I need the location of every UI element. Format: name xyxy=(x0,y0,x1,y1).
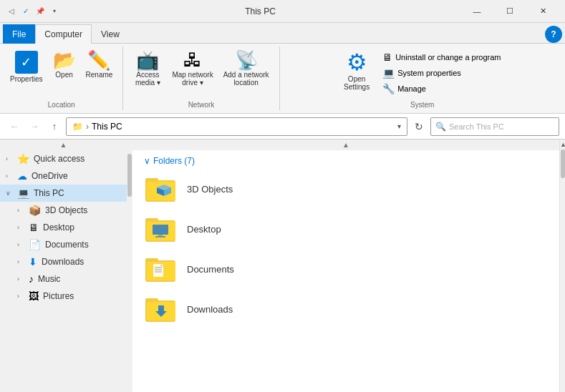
up-button[interactable]: ↑ xyxy=(46,118,63,135)
map-drive-icon: 🖧 xyxy=(183,51,202,69)
address-box[interactable]: 📁 › This PC ▾ xyxy=(66,117,407,136)
search-box[interactable]: 🔍 Search This PC xyxy=(430,117,559,136)
back-button[interactable]: ← xyxy=(6,118,23,135)
ribbon-group-location: ✓ Properties 📂 Open ✏️ Rename Location xyxy=(0,46,123,110)
path-folder-icon: 📁 xyxy=(72,122,83,132)
onedrive-label: OneDrive xyxy=(32,171,68,181)
address-dropdown-icon[interactable]: ▾ xyxy=(397,122,401,130)
ribbon-group-system: ⚙ OpenSettings 🖥 Uninstall or change a p… xyxy=(280,46,565,110)
downloads-label: Downloads xyxy=(42,257,84,267)
addressbar: ← → ↑ 📁 › This PC ▾ ↻ 🔍 Search This PC xyxy=(0,114,565,139)
system-properties-button[interactable]: 💻 System properties xyxy=(378,66,505,80)
content-scroll-track xyxy=(560,150,565,392)
titlebar: ◁ ✓ 📌 ▾ This PC — ☐ ✕ xyxy=(0,0,565,23)
quick-access-expand-icon: › xyxy=(6,155,17,162)
access-media-icon: 📺 xyxy=(136,51,159,69)
desktop-expand-icon: › xyxy=(17,224,29,231)
location-items: ✓ Properties 📂 Open ✏️ Rename xyxy=(6,48,117,98)
sidebar-item-pictures[interactable]: › 🖼 Pictures xyxy=(0,288,127,305)
manage-button[interactable]: 🔧 Manage xyxy=(378,82,505,96)
sidebar-scroll-thumb[interactable] xyxy=(127,154,132,197)
add-network-label: Add a networklocation xyxy=(223,71,269,87)
documents-icon: 📄 xyxy=(29,239,41,250)
network-items: 📺 Accessmedia ▾ 🖧 Map networkdrive ▾ 📡 A… xyxy=(129,48,273,98)
access-media-button[interactable]: 📺 Accessmedia ▾ xyxy=(129,48,166,89)
sidebar-container: ▲ › ⭐ Quick access › ☁ OneDrive ∨ 💻 This… xyxy=(0,139,132,392)
music-expand-icon: › xyxy=(17,275,29,283)
content-area: ▲ ∨ Folders (7) 3D Objects xyxy=(132,139,559,392)
system-prop-icon: 💻 xyxy=(382,67,395,79)
refresh-button[interactable]: ↻ xyxy=(410,118,428,135)
close-button[interactable]: ✕ xyxy=(526,0,559,23)
folder-name-3d-objects: 3D Objects xyxy=(187,184,233,195)
folder-svg-downloads xyxy=(145,295,177,323)
open-icon: 📂 xyxy=(53,51,76,69)
svg-rect-11 xyxy=(155,236,165,237)
minimize-button[interactable]: — xyxy=(460,0,493,23)
3d-objects-label: 3D Objects xyxy=(45,205,87,215)
ribbon-content: ✓ Properties 📂 Open ✏️ Rename Location xyxy=(0,44,565,113)
titlebar-quick-access: ◁ ✓ 📌 ▾ xyxy=(6,6,60,17)
sidebar-item-onedrive[interactable]: › ☁ OneDrive xyxy=(0,167,127,185)
add-network-icon: 📡 xyxy=(235,51,258,69)
uninstall-button[interactable]: 🖥 Uninstall or change a program xyxy=(378,50,505,64)
settings-icon: ⚙ xyxy=(347,51,367,74)
svg-rect-9 xyxy=(153,225,168,235)
address-path: 📁 › This PC xyxy=(72,122,397,132)
window-controls: — ☐ ✕ xyxy=(460,0,559,23)
sidebar-item-documents[interactable]: › 📄 Documents xyxy=(0,236,127,253)
folder-item-documents[interactable]: Documents xyxy=(132,249,559,289)
tab-view[interactable]: View xyxy=(92,24,129,44)
map-drive-label: Map networkdrive ▾ xyxy=(172,71,213,87)
tab-file[interactable]: File xyxy=(3,24,35,44)
maximize-button[interactable]: ☐ xyxy=(493,0,526,23)
folder-name-documents: Documents xyxy=(187,264,234,275)
rename-button[interactable]: ✏️ Rename xyxy=(82,48,117,82)
open-button[interactable]: 📂 Open xyxy=(49,48,80,82)
add-network-location-button[interactable]: 📡 Add a networklocation xyxy=(219,48,274,89)
sidebar-item-this-pc[interactable]: ∨ 💻 This PC xyxy=(0,185,127,202)
folder-icon-desktop xyxy=(144,213,178,245)
music-label: Music xyxy=(38,274,60,284)
rename-label: Rename xyxy=(86,71,113,79)
folder-item-downloads[interactable]: Downloads xyxy=(132,289,559,329)
ribbon-group-network: 📺 Accessmedia ▾ 🖧 Map networkdrive ▾ 📡 A… xyxy=(123,46,279,110)
system-small-buttons: 🖥 Uninstall or change a program 💻 System… xyxy=(378,48,505,98)
manage-label: Manage xyxy=(397,84,426,93)
manage-icon: 🔧 xyxy=(382,83,395,94)
folder-name-desktop: Desktop xyxy=(187,224,221,235)
sidebar-item-downloads[interactable]: › ⬇ Downloads xyxy=(0,253,127,270)
content-scroll-thumb[interactable] xyxy=(561,150,565,178)
music-icon: ♪ xyxy=(29,273,34,285)
sidebar-item-quick-access[interactable]: › ⭐ Quick access xyxy=(0,150,127,167)
back-icon: ◁ xyxy=(6,6,17,17)
folder-svg-documents xyxy=(145,255,177,283)
open-label: Open xyxy=(55,71,72,79)
content-scroll-up[interactable]: ▲ xyxy=(132,139,559,150)
forward-button[interactable]: → xyxy=(26,118,43,135)
folders-section-header[interactable]: ∨ Folders (7) xyxy=(132,150,559,169)
sidebar-item-desktop[interactable]: › 🖥 Desktop xyxy=(0,219,127,236)
sidebar-scroll-up[interactable]: ▲ xyxy=(0,139,127,150)
this-pc-expand-icon: ∨ xyxy=(6,190,17,197)
this-pc-icon: 💻 xyxy=(17,187,29,199)
folder-svg-3d-objects xyxy=(145,175,177,203)
pin-icon: 📌 xyxy=(34,6,46,17)
sidebar: ▲ › ⭐ Quick access › ☁ OneDrive ∨ 💻 This… xyxy=(0,139,127,392)
this-pc-label: This PC xyxy=(34,188,64,198)
content-scroll-up-btn[interactable]: ▲ xyxy=(560,139,565,150)
sidebar-item-3d-objects[interactable]: › 📦 3D Objects xyxy=(0,202,127,219)
main-area: ▲ › ⭐ Quick access › ☁ OneDrive ∨ 💻 This… xyxy=(0,139,565,392)
help-button[interactable]: ? xyxy=(545,26,562,43)
path-separator: › xyxy=(86,122,89,132)
tab-computer[interactable]: Computer xyxy=(35,24,92,44)
folder-item-3d-objects[interactable]: 3D Objects xyxy=(132,169,559,209)
folder-item-desktop[interactable]: Desktop xyxy=(132,209,559,249)
folder-icon-3d-objects xyxy=(144,173,178,205)
search-icon: 🔍 xyxy=(435,122,446,132)
sidebar-item-music[interactable]: › ♪ Music xyxy=(0,270,127,288)
open-settings-button[interactable]: ⚙ OpenSettings xyxy=(339,48,374,94)
onedrive-icon: ☁ xyxy=(17,170,27,182)
properties-button[interactable]: ✓ Properties xyxy=(6,48,47,86)
map-network-drive-button[interactable]: 🖧 Map networkdrive ▾ xyxy=(168,48,217,89)
